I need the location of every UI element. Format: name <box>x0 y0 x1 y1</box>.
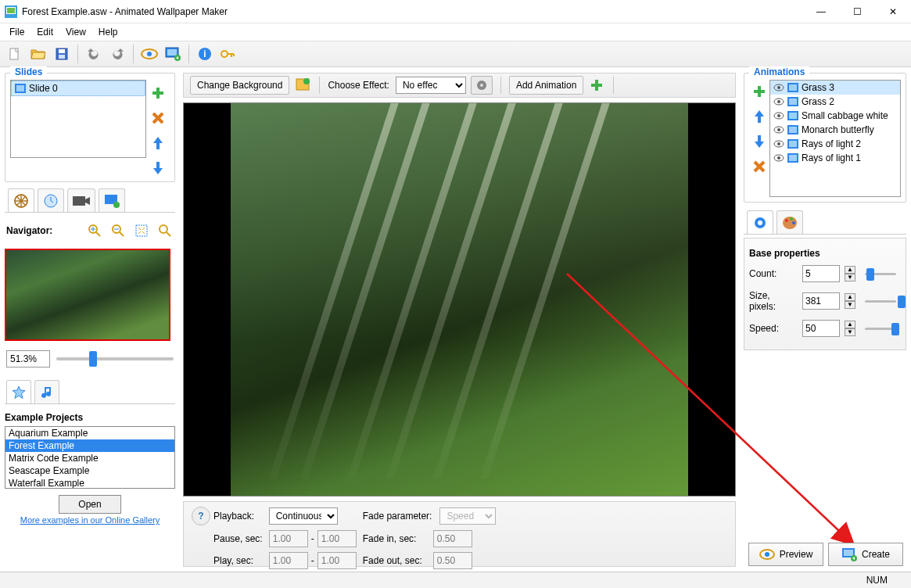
anim-down-button[interactable] <box>751 133 768 150</box>
monitor-play-icon <box>841 547 857 561</box>
preview-canvas[interactable] <box>183 102 736 497</box>
project-row[interactable]: Matrix Code Example <box>5 452 174 464</box>
navigator-preview[interactable] <box>5 249 170 341</box>
anim-delete-button[interactable] <box>751 158 768 175</box>
clock-icon <box>43 193 59 209</box>
speed-input[interactable] <box>802 320 840 337</box>
tab-color-props[interactable] <box>777 210 803 234</box>
anim-row[interactable]: Grass 3 <box>770 81 900 95</box>
zoom-in-button[interactable] <box>86 222 103 239</box>
slide-delete-button[interactable] <box>149 109 167 127</box>
background-settings-icon[interactable] <box>294 77 311 94</box>
slide-down-button[interactable] <box>149 160 167 177</box>
anim-up-button[interactable] <box>751 108 768 125</box>
project-row[interactable]: Forest Example <box>5 439 174 452</box>
preview-toolbtn[interactable] <box>139 44 160 64</box>
slides-panel: Slides Slide 0 <box>5 73 175 182</box>
close-button[interactable]: ✕ <box>875 0 911 23</box>
anim-row[interactable]: Monarch butterfly <box>770 123 900 137</box>
eye-icon[interactable] <box>773 112 784 120</box>
svg-point-29 <box>480 84 483 87</box>
create-button[interactable]: Create <box>828 543 903 566</box>
eye-icon[interactable] <box>773 98 784 106</box>
pause-min-input <box>269 530 308 547</box>
open-button[interactable] <box>28 44 48 64</box>
projects-list[interactable]: Aquarium Example Forest Example Matrix C… <box>5 426 175 489</box>
tab-camera[interactable] <box>67 188 95 212</box>
key-button[interactable] <box>218 44 239 64</box>
animations-title: Animations <box>749 66 809 77</box>
slide-item[interactable]: Slide 0 <box>11 81 145 96</box>
change-background-button[interactable]: Change Background <box>190 76 289 95</box>
pause-label: Pause, sec: <box>213 533 266 544</box>
anim-row[interactable]: Small cabbage white <box>770 109 900 123</box>
anim-thumb-icon <box>787 125 798 134</box>
speed-slider[interactable] <box>860 321 901 335</box>
playback-select[interactable]: Continuous <box>269 507 338 525</box>
project-row[interactable]: Aquarium Example <box>5 427 174 439</box>
left-tabs <box>5 187 175 213</box>
tab-favorites[interactable] <box>6 380 31 403</box>
undo-button[interactable] <box>84 44 104 64</box>
eye-icon[interactable] <box>773 84 784 91</box>
star-icon <box>12 385 26 400</box>
new-button[interactable] <box>5 44 25 64</box>
svg-point-31 <box>777 86 780 89</box>
animations-list[interactable]: Grass 3 Grass 2 Small cabbage white Mona… <box>769 80 901 197</box>
slide-add-button[interactable] <box>149 84 167 102</box>
project-row[interactable]: Waterfall Example <box>5 477 174 489</box>
preview-button[interactable]: Preview <box>748 543 823 566</box>
open-project-button[interactable]: Open <box>59 495 121 514</box>
count-input[interactable] <box>802 265 840 282</box>
menu-view[interactable]: View <box>59 25 92 39</box>
zoom-100-button[interactable] <box>156 222 174 239</box>
eye-icon[interactable] <box>773 154 784 162</box>
size-slider[interactable] <box>860 294 901 308</box>
effect-select[interactable]: No effect <box>396 77 466 94</box>
zoom-out-button[interactable] <box>109 222 127 239</box>
minimize-button[interactable]: — <box>803 0 839 23</box>
redo-button[interactable] <box>107 44 127 64</box>
info-button[interactable]: i <box>195 44 215 64</box>
fade-parameter-select: Speed <box>439 507 496 525</box>
speed-spinner[interactable]: ▲▼ <box>845 321 855 336</box>
eye-icon[interactable] <box>773 140 784 148</box>
effect-settings-button[interactable] <box>471 76 493 95</box>
project-row[interactable]: Seascape Example <box>5 464 174 477</box>
save-button[interactable] <box>52 44 72 64</box>
anim-row[interactable]: Grass 2 <box>770 95 900 109</box>
anim-row[interactable]: Rays of light 2 <box>770 137 900 151</box>
svg-point-55 <box>758 220 762 225</box>
zoom-input[interactable] <box>6 350 50 368</box>
eye-icon[interactable] <box>773 126 784 134</box>
menu-help[interactable]: Help <box>92 25 124 39</box>
tab-base-props[interactable] <box>747 210 773 234</box>
zoom-fit-button[interactable] <box>133 222 150 239</box>
desktop-toolbtn[interactable] <box>163 44 183 64</box>
size-spinner[interactable]: ▲▼ <box>845 293 855 309</box>
add-animation-plus-icon[interactable] <box>588 77 605 94</box>
add-animation-button[interactable]: Add Animation <box>509 76 583 95</box>
zoom-slider[interactable] <box>56 357 174 360</box>
slide-up-button[interactable] <box>149 134 167 152</box>
zoom-out-icon <box>112 224 124 237</box>
size-input[interactable] <box>802 292 840 310</box>
menu-file[interactable]: File <box>3 25 30 39</box>
status-bar: NUM <box>0 572 911 588</box>
anim-add-button[interactable] <box>751 83 768 100</box>
tab-monitor[interactable] <box>99 188 125 212</box>
maximize-button[interactable]: ☐ <box>839 0 875 23</box>
help-icon[interactable]: ? <box>192 507 210 525</box>
status-num: NUM <box>866 575 888 586</box>
tab-clock[interactable] <box>38 188 64 212</box>
svg-rect-10 <box>167 49 177 56</box>
count-spinner[interactable]: ▲▼ <box>845 266 855 281</box>
anim-row[interactable]: Rays of light 1 <box>770 151 900 165</box>
gallery-link[interactable]: More examples in our Online Gallery <box>5 515 175 525</box>
tab-music[interactable] <box>34 380 59 403</box>
menu-edit[interactable]: Edit <box>30 25 59 39</box>
count-slider[interactable] <box>860 267 901 281</box>
eye-icon <box>759 549 775 560</box>
svg-point-39 <box>777 114 780 117</box>
tab-wheel[interactable] <box>8 188 34 212</box>
